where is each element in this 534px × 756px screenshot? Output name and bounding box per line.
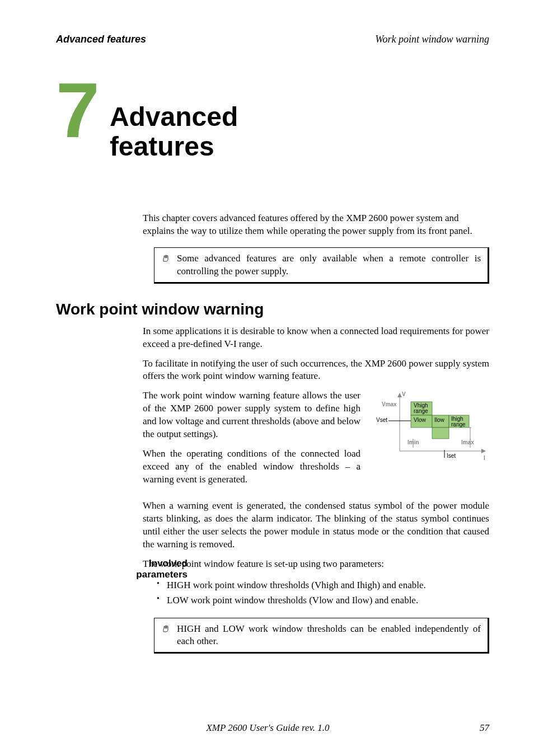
label-vlow: Vlow — [414, 417, 426, 423]
note-box-2: HIGH and LOW work window thresholds can … — [154, 618, 489, 654]
label-vset: Vset — [376, 417, 387, 423]
intro-paragraph: This chapter covers advanced features of… — [143, 212, 489, 238]
label-ihigh-range: range — [451, 421, 466, 428]
note-box-1: Some advanced features are only availabl… — [154, 247, 489, 283]
chapter-number: 7 — [56, 79, 100, 142]
paragraph-1: In some applications it is desirable to … — [143, 325, 489, 351]
bullet-list: HIGH work point window thresholds (Vhigh… — [157, 577, 489, 608]
svg-marker-3 — [481, 449, 486, 453]
note-text-2: HIGH and LOW work window thresholds can … — [177, 623, 481, 647]
label-i: I — [484, 455, 485, 461]
chapter-heading: 7 Advanced features — [56, 79, 489, 162]
chapter-title-line2: features — [110, 132, 214, 161]
footer-page-number: 57 — [480, 722, 489, 734]
label-vhigh-range: range — [414, 408, 428, 414]
header-right: Work point window warning — [375, 34, 489, 45]
paragraph-4: When the operating conditions of the con… — [143, 448, 360, 486]
vi-threshold-diagram: V Vmax Vset Vhigh range Vlow Ilow Ihigh … — [372, 389, 489, 473]
label-ilow: Ilow — [434, 417, 445, 423]
footer-center: XMP 2600 User's Guide rev. 1.0 — [56, 722, 480, 734]
hand-point-icon — [161, 624, 170, 636]
label-iset: Iset — [447, 453, 456, 459]
page-footer: XMP 2600 User's Guide rev. 1.0 57 — [56, 722, 489, 734]
page-header: Advanced features Work point window warn… — [56, 34, 489, 45]
label-imax: Imax — [461, 439, 474, 445]
figure-wrap: The work point window warning feature al… — [143, 389, 489, 493]
note-text-1: Some advanced features are only availabl… — [177, 252, 481, 277]
header-left: Advanced features — [56, 34, 146, 45]
label-vmax: Vmax — [382, 401, 397, 407]
bullet-1: HIGH work point window thresholds (Vhigh… — [157, 577, 489, 593]
section-heading: Work point window warning — [56, 300, 489, 318]
hand-point-icon — [161, 253, 170, 265]
chapter-title-line1: Advanced — [110, 102, 238, 132]
paragraph-5: When a warning event is generated, the c… — [143, 500, 489, 551]
chapter-title: Advanced features — [110, 102, 238, 162]
sidebar-line1: Involved — [149, 558, 188, 569]
paragraph-6: The work point window feature is set-up … — [143, 558, 489, 571]
svg-marker-2 — [397, 393, 402, 397]
bullet-2: LOW work point window thresholds (Vlow a… — [157, 593, 489, 608]
label-v: V — [402, 391, 406, 397]
paragraph-2: To facilitate in notifying the user of s… — [143, 358, 489, 383]
paragraph-3: The work point window warning feature al… — [143, 389, 360, 441]
svg-rect-10 — [432, 428, 449, 439]
